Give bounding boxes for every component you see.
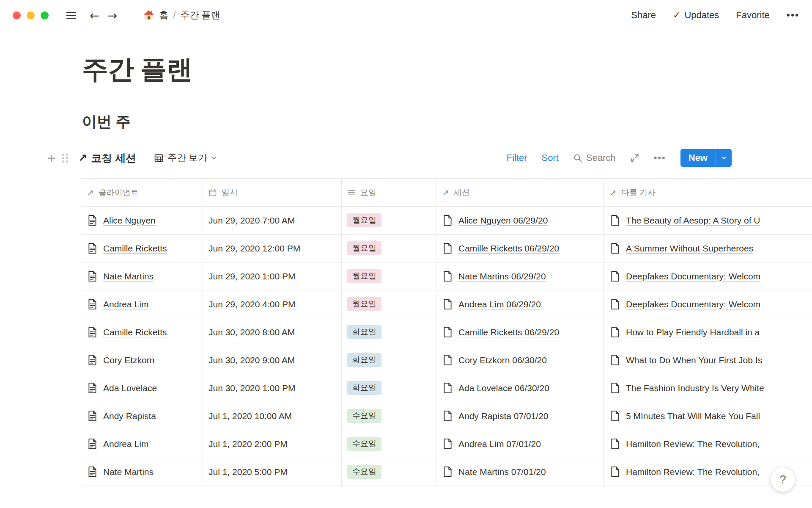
client-cell[interactable]: Alice Nguyen <box>81 207 203 234</box>
session-link[interactable]: Camille Ricketts 06/29/20 <box>458 327 559 337</box>
session-link[interactable]: Andrea Lim 06/29/20 <box>458 299 541 309</box>
date-cell[interactable]: Jun 30, 2020 8:00 AM <box>203 318 342 346</box>
day-cell[interactable]: 월요일 <box>342 207 436 234</box>
session-cell[interactable]: Andrea Lim 06/29/20 <box>436 290 604 318</box>
session-link[interactable]: Camille Ricketts 06/29/20 <box>458 243 559 254</box>
column-header-day[interactable]: 요일 <box>342 179 436 206</box>
day-cell[interactable]: 월요일 <box>342 235 436 262</box>
client-cell[interactable]: Nate Martins <box>81 458 203 486</box>
article-link[interactable]: Hamilton Review: The Revolution, <box>626 467 760 477</box>
session-link[interactable]: Alice Nguyen 06/29/20 <box>458 215 548 226</box>
session-link[interactable]: Cory Etzkorn 06/30/20 <box>458 355 547 365</box>
column-header-article[interactable]: ↗ 다룰 기사 <box>604 179 812 206</box>
article-link[interactable]: The Fashion Industry Is Very White <box>626 383 764 393</box>
new-button-label[interactable]: New <box>680 149 716 167</box>
day-cell[interactable]: 수요일 <box>342 458 436 486</box>
day-cell[interactable]: 수요일 <box>342 430 436 458</box>
back-button[interactable]: ← <box>90 9 99 22</box>
favorite-button[interactable]: Favorite <box>736 10 769 21</box>
date-cell[interactable]: Jul 1, 2020 5:00 PM <box>203 458 342 486</box>
share-button[interactable]: Share <box>631 10 656 21</box>
client-link[interactable]: Nate Martins <box>103 467 154 477</box>
client-link[interactable]: Camille Ricketts <box>103 327 167 337</box>
date-cell[interactable]: Jun 29, 2020 4:00 PM <box>203 290 342 318</box>
breadcrumb-current[interactable]: 주간 플랜 <box>180 9 220 22</box>
date-cell[interactable]: Jun 29, 2020 7:00 AM <box>203 207 342 234</box>
expand-icon[interactable] <box>630 153 639 163</box>
breadcrumb-home[interactable]: 홈 <box>159 9 168 22</box>
article-cell[interactable]: 5 MInutes That Will Make You Fall <box>604 402 812 430</box>
client-link[interactable]: Andy Rapista <box>103 411 156 421</box>
client-cell[interactable]: Nate Martins <box>81 262 203 290</box>
collection-title[interactable]: ↗ 코칭 세션 <box>78 151 136 165</box>
zoom-window-button[interactable] <box>41 11 49 19</box>
help-button[interactable]: ? <box>771 467 795 492</box>
view-switcher[interactable]: 주간 보기 <box>154 152 217 164</box>
sidebar-toggle-icon[interactable] <box>66 10 77 21</box>
more-options-icon[interactable]: ••• <box>787 10 799 21</box>
article-link[interactable]: Deepfakes Documentary: Welcom <box>626 299 760 309</box>
drag-handle-icon[interactable] <box>62 154 68 163</box>
client-link[interactable]: Cory Etzkorn <box>103 355 154 365</box>
article-cell[interactable]: The Beauty of Aesop: A Story of U <box>604 207 812 234</box>
article-cell[interactable]: Deepfakes Documentary: Welcom <box>604 262 812 290</box>
view-options-icon[interactable]: ••• <box>654 152 666 163</box>
article-link[interactable]: The Beauty of Aesop: A Story of U <box>626 215 760 226</box>
new-button[interactable]: New <box>680 149 732 167</box>
client-link[interactable]: Andrea Lim <box>103 299 148 309</box>
session-cell[interactable]: Cory Etzkorn 06/30/20 <box>436 346 604 374</box>
article-link[interactable]: A Summer Without Superheroes <box>626 243 753 254</box>
session-link[interactable]: Andy Rapista 07/01/20 <box>458 411 548 421</box>
article-cell[interactable]: The Fashion Industry Is Very White <box>604 374 812 402</box>
column-header-session[interactable]: ↗ 세션 <box>436 179 604 206</box>
session-cell[interactable]: Andy Rapista 07/01/20 <box>436 402 604 430</box>
close-window-button[interactable] <box>13 11 21 19</box>
date-cell[interactable]: Jun 30, 2020 1:00 PM <box>203 374 342 402</box>
day-cell[interactable]: 화요일 <box>342 318 436 346</box>
session-link[interactable]: Andrea Lim 07/01/20 <box>458 439 541 449</box>
article-cell[interactable]: Hamilton Review: The Revolution, <box>604 430 812 458</box>
sort-button[interactable]: Sort <box>542 152 559 163</box>
client-cell[interactable]: Andy Rapista <box>81 402 203 430</box>
column-header-date[interactable]: 일시 <box>203 179 342 206</box>
session-cell[interactable]: Nate Martins 07/01/20 <box>436 458 604 486</box>
filter-button[interactable]: Filter <box>507 152 527 163</box>
date-cell[interactable]: Jun 29, 2020 12:00 PM <box>203 235 342 262</box>
session-link[interactable]: Ada Lovelace 06/30/20 <box>458 383 549 393</box>
day-cell[interactable]: 화요일 <box>342 346 436 374</box>
date-cell[interactable]: Jul 1, 2020 10:00 AM <box>203 402 342 430</box>
article-link[interactable]: Deepfakes Documentary: Welcom <box>626 271 760 282</box>
client-cell[interactable]: Camille Ricketts <box>81 318 203 346</box>
date-cell[interactable]: Jun 30, 2020 9:00 AM <box>203 346 342 374</box>
add-block-icon[interactable]: + <box>47 151 55 165</box>
client-link[interactable]: Andrea Lim <box>103 439 148 449</box>
updates-button[interactable]: ✓ Updates <box>673 10 719 21</box>
minimize-window-button[interactable] <box>27 11 35 19</box>
session-cell[interactable]: Camille Ricketts 06/29/20 <box>436 318 604 346</box>
article-link[interactable]: How to Play Friendly Hardball in a <box>626 327 760 337</box>
session-link[interactable]: Nate Martins 07/01/20 <box>458 467 546 477</box>
client-cell[interactable]: Andrea Lim <box>81 430 203 458</box>
article-cell[interactable]: How to Play Friendly Hardball in a <box>604 318 812 346</box>
client-link[interactable]: Alice Nguyen <box>103 215 156 226</box>
session-cell[interactable]: Andrea Lim 07/01/20 <box>436 430 604 458</box>
client-link[interactable]: Nate Martins <box>103 271 154 282</box>
client-cell[interactable]: Camille Ricketts <box>81 235 203 262</box>
client-cell[interactable]: Andrea Lim <box>81 290 203 318</box>
new-button-dropdown[interactable] <box>716 149 732 167</box>
date-cell[interactable]: Jun 29, 2020 1:00 PM <box>203 262 342 290</box>
date-cell[interactable]: Jul 1, 2020 2:00 PM <box>203 430 342 458</box>
article-cell[interactable]: A Summer Without Superheroes <box>604 235 812 262</box>
day-cell[interactable]: 월요일 <box>342 290 436 318</box>
session-cell[interactable]: Ada Lovelace 06/30/20 <box>436 374 604 402</box>
client-cell[interactable]: Ada Lovelace <box>81 374 203 402</box>
article-cell[interactable]: Deepfakes Documentary: Welcom <box>604 290 812 318</box>
client-cell[interactable]: Cory Etzkorn <box>81 346 203 374</box>
article-link[interactable]: 5 MInutes That Will Make You Fall <box>626 411 760 421</box>
session-link[interactable]: Nate Martins 06/29/20 <box>458 271 546 282</box>
forward-button[interactable]: → <box>108 9 118 22</box>
day-cell[interactable]: 월요일 <box>342 262 436 290</box>
search-button[interactable]: Search <box>573 152 616 163</box>
client-link[interactable]: Ada Lovelace <box>103 383 157 393</box>
session-cell[interactable]: Alice Nguyen 06/29/20 <box>436 207 604 234</box>
